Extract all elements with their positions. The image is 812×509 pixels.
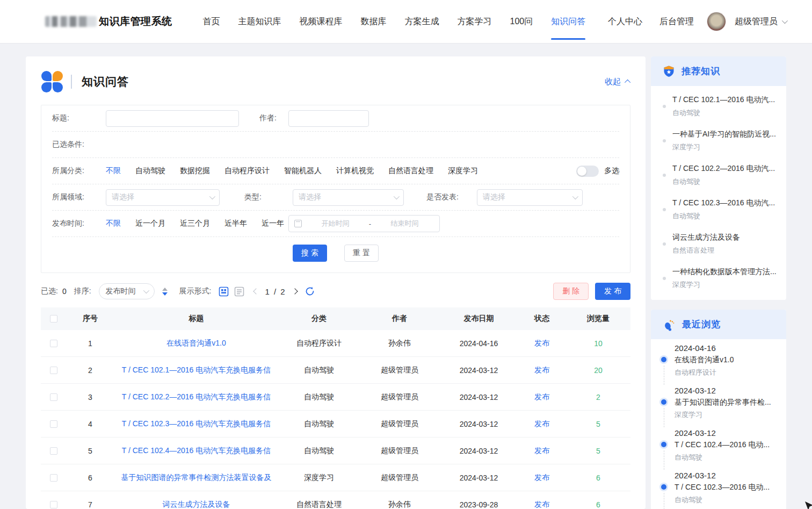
nav-item[interactable]: 视频课程库 (291, 0, 352, 43)
title-input[interactable] (106, 110, 239, 127)
timeline-rail (661, 342, 675, 385)
app-title: 知识库管理系统 (99, 15, 172, 28)
user-menu[interactable]: 超级管理员 (735, 16, 786, 27)
sort-direction-toggle[interactable] (162, 288, 168, 296)
time-filter-label: 发布时间: (52, 219, 106, 228)
category-option[interactable]: 计算机视觉 (336, 166, 374, 176)
row-author: 超级管理员 (359, 446, 440, 456)
nav-item[interactable]: 数据库 (352, 0, 396, 43)
user-avatar[interactable] (707, 12, 726, 31)
next-page-icon[interactable] (292, 288, 298, 294)
view-mode-switch (219, 286, 244, 297)
category-option[interactable]: 自动驾驶 (135, 166, 165, 176)
time-option[interactable]: 近三个月 (180, 219, 210, 228)
table-row: 7 词云生成方法及设备 自然语言处理 孙余伟 2023-09-28 发布 6 (41, 491, 630, 509)
nav-item[interactable]: 100问 (501, 0, 542, 43)
nav-item[interactable]: 知识问答 (542, 0, 595, 43)
row-checkbox[interactable] (50, 393, 57, 401)
recommended-item[interactable]: T / CEC 102.1—2016 电动汽... 自动驾驶 (663, 89, 779, 124)
row-status: 发布 (518, 446, 566, 456)
select-all-checkbox[interactable] (50, 315, 57, 322)
table-row: 4 T / CEC 102.3—2016 电动汽车充换电服务信 自动驾驶 超级管… (41, 411, 630, 438)
row-checkbox[interactable] (50, 420, 57, 428)
recent-header: 最近浏览 (651, 310, 786, 339)
row-title-link[interactable]: T / CEC 102.1—2016 电动汽车充换电服务信 (122, 365, 271, 374)
row-title-link[interactable]: 词云生成方法及设备 (163, 500, 230, 508)
recommended-item-text: T / CEC 102.1—2016 电动汽... 自动驾驶 (672, 95, 775, 118)
row-title-link[interactable]: T / CEC 102.4—2016 电动汽车充换电服务信 (122, 446, 271, 455)
time-option[interactable]: 近一年 (262, 219, 284, 228)
row-title-link[interactable]: 在线语音沟通v1.0 (166, 339, 226, 347)
top-link[interactable]: 后台管理 (655, 16, 698, 27)
author-input[interactable] (288, 110, 369, 127)
row-status: 发布 (518, 339, 566, 348)
domain-select[interactable]: 请选择 (106, 189, 220, 206)
reset-button[interactable]: 重 置 (344, 245, 379, 262)
sort-desc-icon (162, 292, 168, 296)
row-title-link[interactable]: T / CEC 102.3—2016 电动汽车充换电服务信 (122, 419, 271, 428)
row-category: 自动驾驶 (279, 446, 359, 456)
row-title-link[interactable]: T / CEC 102.2—2016 电动汽车充换电服务信 (122, 392, 271, 401)
date-range-picker[interactable]: 开始时间 - 结束时间 (288, 215, 440, 232)
row-title-link[interactable]: 基于知识图谱的异常事件检测方法装置设备及 (121, 473, 272, 482)
list-view-icon[interactable] (234, 286, 244, 297)
panel-header: 知识问答 收起 (26, 56, 646, 105)
recommended-item[interactable]: 词云生成方法及设备 自然语言处理 (663, 227, 779, 261)
chevron-down-icon (394, 193, 400, 199)
nav-item[interactable]: 首页 (194, 0, 229, 43)
recommended-item[interactable]: 一种结构化数据版本管理方法... 深度学习 (663, 261, 779, 296)
category-option[interactable]: 数据挖掘 (180, 166, 210, 176)
recommended-item[interactable]: T / CEC 102.3—2016 电动汽... 自动驾驶 (663, 192, 779, 227)
collapse-button[interactable]: 收起 (605, 77, 630, 87)
bullet-dot-icon (663, 242, 666, 246)
row-checkbox[interactable] (50, 447, 57, 455)
row-view-count: 6 (566, 500, 630, 509)
time-option[interactable]: 近半年 (224, 219, 247, 228)
type-select-placeholder: 请选择 (299, 192, 321, 202)
nav-item[interactable]: 方案学习 (448, 0, 501, 43)
category-option[interactable]: 智能机器人 (284, 166, 322, 176)
multi-select-toggle[interactable] (576, 166, 599, 177)
category-option[interactable]: 自然语言处理 (388, 166, 433, 176)
nav-item[interactable]: 主题知识库 (229, 0, 291, 43)
recommended-header: 推荐知识 (651, 56, 786, 86)
qa-panel: 知识问答 收起 标题: 作者: 已选条件: 所属分类: 不限 (26, 56, 646, 509)
top-link[interactable]: 个人中心 (604, 16, 647, 27)
search-button[interactable]: 搜 索 (293, 245, 327, 262)
time-option[interactable]: 近一个月 (135, 219, 165, 228)
grid-view-icon[interactable] (219, 286, 229, 297)
domain-select-placeholder: 请选择 (112, 192, 134, 202)
col-header-author: 作者 (359, 314, 440, 324)
row-checkbox[interactable] (50, 501, 57, 508)
domain-filter-label: 所属领域: (52, 192, 106, 202)
recent-item[interactable]: 2024-04-16 在线语音沟通v1.0 自动程序设计 (661, 342, 779, 385)
recommended-item-category: 深度学习 (672, 280, 777, 290)
col-header-views: 浏览量 (566, 314, 630, 324)
refresh-button[interactable] (305, 286, 315, 297)
recent-item[interactable]: 2024-03-12 基于知识图谱的异常事件检... 深度学习 (661, 385, 779, 427)
recent-item[interactable]: 2024-03-12 T / CEC 102.3—2016 电动... 自动驾驶 (661, 470, 779, 509)
publish-button[interactable]: 发 布 (595, 283, 630, 300)
category-option[interactable]: 自动程序设计 (224, 166, 270, 176)
recommended-item[interactable]: T / CEC 102.2—2016 电动汽... 自动驾驶 (663, 158, 779, 192)
nav-item[interactable]: 方案生成 (396, 0, 448, 43)
recent-item[interactable]: 2024-03-12 T / CEC 102.4—2016 电动... 自动驾驶 (661, 427, 779, 470)
delete-button[interactable]: 删 除 (553, 283, 589, 300)
category-option[interactable]: 深度学习 (448, 166, 478, 176)
type-select[interactable]: 请选择 (293, 189, 404, 206)
sort-select[interactable]: 发布时间 (99, 283, 155, 299)
filter-row-category: 所属分类: 不限 自动驾驶 数据挖掘 自动程序设计 智能机器人 计算机视觉 (52, 158, 619, 184)
row-checkbox[interactable] (50, 474, 57, 482)
row-checkbox[interactable] (50, 340, 57, 347)
category-option[interactable]: 不限 (106, 166, 121, 176)
recommended-item[interactable]: 一种基于AI学习的智能防近视... 深度学习 (663, 124, 779, 158)
selected-count-label: 已选: (41, 286, 58, 296)
prev-page-icon[interactable] (253, 288, 259, 294)
time-option[interactable]: 不限 (106, 219, 121, 228)
recommended-item-category: 自动驾驶 (672, 108, 775, 118)
row-checkbox[interactable] (50, 367, 57, 374)
app-logo: 知识库管理系统 (45, 15, 172, 28)
published-select[interactable]: 请选择 (477, 189, 583, 206)
timeline-dot-icon (661, 357, 666, 362)
table-header-row: 序号 标题 分类 作者 发布日期 状态 浏览量 (41, 307, 630, 330)
